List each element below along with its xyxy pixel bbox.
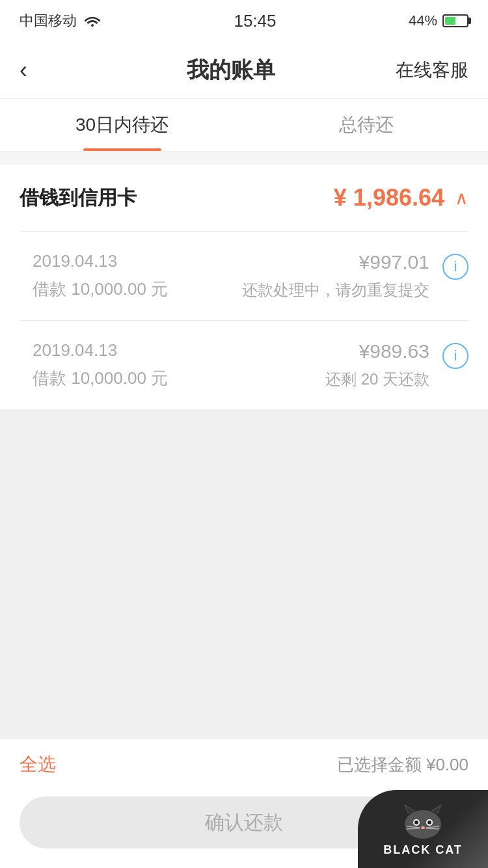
bill-info-1: ¥997.01 还款处理中，请勿重复提交 [242,251,429,301]
collapse-icon[interactable]: ∧ [455,187,468,209]
tab-total[interactable]: 总待还 [244,99,488,151]
svg-point-10 [421,826,425,829]
black-cat-label: BLACK CAT [383,843,463,857]
bottom-bar-top: 全选 已选择金额 ¥0.00 [0,739,488,790]
section-header: 借钱到信用卡 ¥ 1,986.64 ∧ [0,165,488,231]
svg-point-8 [414,821,418,824]
status-bar: 中国移动 15:45 44% [0,0,488,42]
page-title: 我的账单 [187,55,275,85]
bill-desc-2: 借款 10,000.00 元 [33,367,168,390]
bill-status-1: 还款处理中，请勿重复提交 [242,280,429,301]
bill-amount-1: ¥997.01 [359,251,429,273]
bill-amount-2: ¥989.63 [359,340,429,362]
bill-item-2-right: ¥989.63 还剩 20 天还款 i [325,340,468,390]
selected-amount-text: 已选择金额 ¥0.00 [337,753,468,776]
black-cat-logo-icon [400,802,446,841]
bill-item-1-left: 2019.04.13 借款 10,000.00 元 [33,251,168,301]
svg-point-0 [91,24,94,27]
nav-bar: ‹ 我的账单 在线客服 [0,42,488,99]
bill-item-2: 2019.04.13 借款 10,000.00 元 ¥989.63 还剩 20 … [0,321,488,409]
section-amount: ¥ 1,986.64 ∧ [334,184,468,211]
section-title: 借钱到信用卡 [20,185,137,211]
bill-desc-1: 借款 10,000.00 元 [33,278,168,301]
black-cat-watermark: BLACK CAT [358,790,488,868]
status-time: 15:45 [234,11,276,31]
select-all-button[interactable]: 全选 [20,752,56,777]
bill-date-2: 2019.04.13 [33,340,168,360]
svg-line-14 [426,828,439,829]
svg-point-9 [427,821,431,824]
tab-bar: 30日内待还 总待还 [0,99,488,152]
status-left: 中国移动 [20,11,102,31]
bill-item-2-left: 2019.04.13 借款 10,000.00 元 [33,340,168,390]
content-area: 借钱到信用卡 ¥ 1,986.64 ∧ 2019.04.13 借款 10,000… [0,165,488,409]
customer-service-button[interactable]: 在线客服 [390,58,468,83]
svg-line-12 [407,828,420,829]
total-amount: ¥ 1,986.64 [334,184,444,211]
carrier-text: 中国移动 [20,11,77,31]
battery-percent: 44% [409,12,437,29]
tab-30days[interactable]: 30日内待还 [0,99,244,151]
bill-status-2: 还剩 20 天还款 [325,369,429,390]
info-icon-1[interactable]: i [442,254,468,280]
svg-point-1 [405,810,441,839]
bill-item-1-right: ¥997.01 还款处理中，请勿重复提交 i [242,251,468,301]
bill-date-1: 2019.04.13 [33,251,168,271]
info-icon-2[interactable]: i [442,343,468,369]
status-right: 44% [409,12,468,29]
bill-item-1: 2019.04.13 借款 10,000.00 元 ¥997.01 还款处理中，… [0,232,488,320]
empty-area [0,409,488,787]
wifi-icon [83,14,102,27]
back-button[interactable]: ‹ [20,57,72,84]
bill-info-2: ¥989.63 还剩 20 天还款 [325,340,429,390]
battery-icon [442,14,468,27]
